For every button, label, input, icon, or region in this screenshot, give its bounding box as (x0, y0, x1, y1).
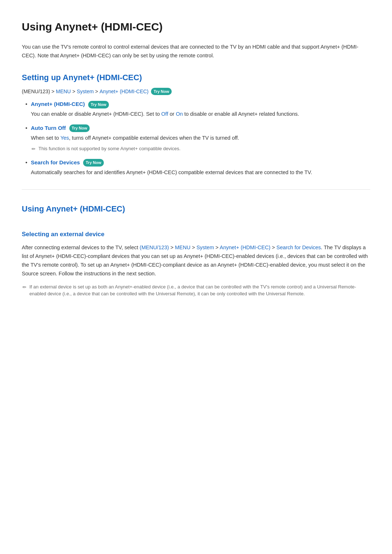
note-external-device: ✏ If an external device is set up as bot… (23, 283, 370, 297)
bullet-label-search-devices: Search for Devices (31, 159, 80, 165)
inline-separator-2: > (192, 245, 197, 250)
breadcrumb-separator-1: > (52, 87, 54, 95)
keyword-off: Off (161, 111, 168, 117)
using-section-title: Using Anynet+ (HDMI-CEC) (22, 202, 370, 215)
breadcrumb-menu[interactable]: MENU (56, 87, 71, 95)
selecting-paragraph: After connecting external devices to the… (22, 243, 370, 278)
page-title: Using Anynet+ (HDMI-CEC) (22, 18, 370, 36)
section-divider (22, 189, 370, 190)
try-now-badge-search-devices[interactable]: Try Now (83, 159, 104, 167)
setting-section-title: Setting up Anynet+ (HDMI-CEC) (22, 71, 370, 84)
breadcrumb-link-search[interactable]: Search for Devices (277, 245, 321, 250)
try-now-badge-auto-turn-off[interactable]: Try Now (69, 124, 90, 132)
bullet-item-search-devices: Search for Devices Try Now Automatically… (25, 158, 370, 177)
breadcrumb-item-1: (MENU/123) (22, 87, 50, 95)
note-text-external-device: If an external device is set up as both … (29, 283, 370, 297)
keyword-yes: Yes (60, 135, 69, 141)
try-now-badge-breadcrumb[interactable]: Try Now (151, 88, 172, 95)
inline-separator-3: > (216, 245, 220, 250)
breadcrumb-link-menu2[interactable]: MENU (175, 245, 191, 250)
bullet-body-anynet: You can enable or disable Anynet+ (HDMI-… (31, 110, 370, 118)
settings-bullet-list: Anynet+ (HDMI-CEC) Try Now You can enabl… (22, 100, 370, 176)
bullet-body-auto-turn-off: When set to Yes, turns off Anynet+ compa… (31, 134, 370, 142)
breadcrumb-anynet[interactable]: Anynet+ (HDMI-CEC) (99, 87, 148, 95)
breadcrumb-separator-2: > (72, 87, 75, 95)
note-auto-turn-off: ✏ This function is not supported by some… (32, 145, 370, 153)
try-now-badge-anynet[interactable]: Try Now (88, 101, 109, 108)
bullet-label-auto-turn-off: Auto Turn Off (31, 125, 66, 131)
note-icon-external-device: ✏ (23, 284, 26, 291)
bullet-item-anynet: Anynet+ (HDMI-CEC) Try Now You can enabl… (25, 100, 370, 118)
note-icon-auto-turn-off: ✏ (32, 145, 36, 153)
bullet-item-auto-turn-off: Auto Turn Off Try Now When set to Yes, t… (25, 124, 370, 153)
note-text-auto-turn-off: This function is not supported by some A… (38, 145, 180, 152)
bullet-label-anynet: Anynet+ (HDMI-CEC) (31, 101, 85, 107)
keyword-on: On (176, 111, 183, 117)
intro-paragraph: You can use the TV's remote control to c… (22, 43, 370, 60)
breadcrumb-link-anynet2[interactable]: Anynet+ (HDMI- (220, 245, 257, 250)
breadcrumb-link-anynet2b[interactable]: CEC) (258, 245, 270, 250)
breadcrumb: (MENU/123) > MENU > System > Anynet+ (HD… (22, 87, 370, 95)
breadcrumb-system[interactable]: System (77, 87, 94, 95)
breadcrumb-link-system2[interactable]: System (196, 245, 214, 250)
subsection-title-selecting: Selecting an external device (22, 229, 370, 239)
breadcrumb-link-menu123[interactable]: (MENU/123) (140, 245, 169, 250)
inline-separator-1: > (170, 245, 175, 250)
breadcrumb-separator-3: > (95, 87, 98, 95)
inline-separator-4: > (272, 245, 277, 250)
bullet-body-search-devices: Automatically searches for and identifie… (31, 168, 370, 177)
